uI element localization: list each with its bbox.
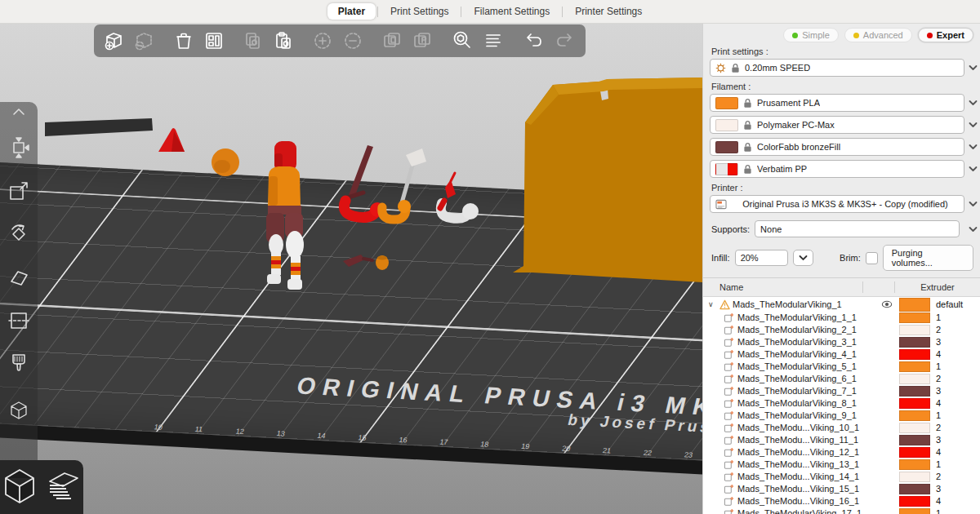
purging-volumes-button[interactable]: Purging volumes... xyxy=(883,245,973,271)
list-item[interactable]: Mads_TheModularViking_5_11 xyxy=(703,361,980,373)
model-pot[interactable] xyxy=(376,255,389,270)
lock-icon xyxy=(731,63,740,73)
rotate-gizmo-icon[interactable] xyxy=(7,222,31,250)
list-item[interactable]: Mads_TheModu...Viking_10_12 xyxy=(703,422,980,434)
collapse-sidebar-icon[interactable] xyxy=(11,105,27,120)
paste-button[interactable] xyxy=(273,29,294,53)
brim-checkbox[interactable] xyxy=(866,252,878,264)
model-white-arm[interactable] xyxy=(440,173,479,219)
collapse-caret-icon[interactable]: ∨ xyxy=(703,299,718,311)
mode-advanced-button[interactable]: Advanced xyxy=(844,28,912,42)
chevron-down-icon[interactable] xyxy=(967,100,978,106)
object-name: Mads_TheModu...Viking_11_1 xyxy=(737,434,875,446)
seam-gizmo-icon[interactable] xyxy=(7,398,31,426)
infill-chevron-button[interactable] xyxy=(793,250,814,266)
list-item[interactable]: Mads_TheModularViking_6_12 xyxy=(703,373,980,385)
supports-select[interactable]: None xyxy=(755,220,960,237)
wipe-tower[interactable] xyxy=(513,78,702,282)
list-item[interactable]: Mads_TheModularViking_17_11 xyxy=(703,507,980,514)
advanced-dot-icon xyxy=(853,33,859,38)
remove-instance-button[interactable] xyxy=(342,29,363,53)
list-item[interactable]: Mads_TheModularViking_1_11 xyxy=(703,312,980,324)
extruder-value: 1 xyxy=(930,312,980,324)
list-item[interactable]: Mads_TheModularViking_2_12 xyxy=(703,324,980,336)
model-viking-figure[interactable] xyxy=(266,141,304,290)
list-item[interactable]: Mads_TheModu...Viking_15_13 xyxy=(703,483,980,495)
extruder-value: 4 xyxy=(930,446,980,459)
filament-1-select[interactable]: Prusament PLA xyxy=(710,94,964,112)
editor-view-button[interactable] xyxy=(2,467,37,507)
list-item[interactable]: ∨Mads_TheModularViking_1default xyxy=(703,297,980,312)
extruder-value: 2 xyxy=(930,373,980,385)
extruder-color-swatch xyxy=(899,459,930,470)
add-instance-button[interactable] xyxy=(312,29,333,53)
chevron-down-icon[interactable] xyxy=(967,122,978,128)
chevron-down-icon[interactable] xyxy=(967,64,978,71)
list-item[interactable]: Mads_TheModularViking_9_11 xyxy=(703,410,980,422)
model-dagger[interactable] xyxy=(343,255,372,267)
scale-gizmo-icon[interactable] xyxy=(7,179,31,206)
view-mode-bar xyxy=(0,460,83,514)
preview-layers-button[interactable] xyxy=(45,467,81,507)
part-icon xyxy=(724,398,734,409)
model-red-cone[interactable] xyxy=(158,128,185,152)
mode-expert-button[interactable]: Expert xyxy=(918,28,973,42)
filament-4-select[interactable]: Verbatim PP xyxy=(710,160,964,178)
split-objects-button[interactable] xyxy=(381,29,403,53)
part-icon xyxy=(724,349,734,360)
list-item[interactable]: Mads_TheModu...Viking_12_14 xyxy=(703,446,980,459)
place-on-face-gizmo-icon[interactable] xyxy=(7,265,31,293)
variable-layer-height-button[interactable] xyxy=(483,29,504,53)
3d-viewport[interactable]: ORIGINAL PRUSA i3 MK3 by Josef Prus 1011… xyxy=(0,23,702,514)
extruder-value: 1 xyxy=(930,507,980,514)
lock-icon xyxy=(743,164,752,175)
move-gizmo-icon[interactable] xyxy=(7,135,31,163)
part-icon xyxy=(724,337,734,348)
tab-filament-settings[interactable]: Filament Settings xyxy=(463,3,560,20)
filament-label: Filament : xyxy=(703,81,980,94)
list-item[interactable]: Mads_TheModularViking_7_13 xyxy=(703,385,980,397)
mode-simple-button[interactable]: Simple xyxy=(783,28,839,42)
infill-value-box[interactable]: 20% xyxy=(735,250,788,266)
list-item[interactable]: Mads_TheModularViking_8_14 xyxy=(703,397,980,410)
object-name: Mads_TheModularViking_7_1 xyxy=(737,385,875,397)
chevron-down-icon[interactable] xyxy=(967,166,978,172)
tab-plater[interactable]: Plater xyxy=(327,3,376,20)
search-button[interactable] xyxy=(451,29,474,53)
gear-icon xyxy=(715,63,726,73)
chevron-down-icon[interactable] xyxy=(967,226,978,233)
paint-gizmo-icon[interactable] xyxy=(7,352,31,383)
split-parts-button[interactable] xyxy=(412,29,433,53)
list-item[interactable]: Mads_TheModularViking_4_14 xyxy=(703,348,980,361)
printer-select[interactable]: Original Prusa i3 MK3S & MK3S+ - Copy (m… xyxy=(710,195,964,213)
chevron-down-icon[interactable] xyxy=(967,201,978,207)
object-name: Mads_TheModularViking_3_1 xyxy=(737,336,875,348)
delete-all-button[interactable] xyxy=(173,29,194,53)
undo-button[interactable] xyxy=(522,29,545,53)
tab-printer-settings[interactable]: Printer Settings xyxy=(564,3,653,20)
redo-button[interactable] xyxy=(554,29,577,53)
list-item[interactable]: Mads_TheModu...Viking_14_12 xyxy=(703,471,980,483)
list-item[interactable]: Mads_TheModu...Viking_13_11 xyxy=(703,459,980,471)
list-item[interactable]: Mads_TheModularViking_3_13 xyxy=(703,336,980,348)
eye-icon[interactable] xyxy=(875,300,899,308)
extruder-value: 1 xyxy=(930,459,980,471)
model-orange-head[interactable] xyxy=(212,148,239,176)
chevron-down-icon[interactable] xyxy=(967,144,978,150)
cut-gizmo-icon[interactable] xyxy=(7,308,31,336)
copy-button[interactable] xyxy=(243,29,264,53)
list-item[interactable]: Mads_TheModu...Viking_16_14 xyxy=(703,495,980,507)
add-model-button[interactable] xyxy=(104,29,125,53)
list-item[interactable]: Mads_TheModu...Viking_11_13 xyxy=(703,434,980,446)
print-settings-select[interactable]: 0.20mm SPEED xyxy=(710,59,964,77)
delete-model-button[interactable] xyxy=(134,29,155,53)
tab-print-settings[interactable]: Print Settings xyxy=(380,3,459,20)
extruder-value: 3 xyxy=(930,336,980,348)
extruder-color-swatch xyxy=(899,423,930,433)
arrange-button[interactable] xyxy=(203,29,225,53)
right-panel: Simple Advanced Expert Print settings : … xyxy=(702,23,980,514)
filament-3-select[interactable]: ColorFabb bronzeFill xyxy=(710,138,964,156)
filament-2-select[interactable]: Polymaker PC-Max xyxy=(710,116,964,134)
model-axe-arm[interactable] xyxy=(382,148,426,219)
extruder-color-swatch xyxy=(899,374,930,384)
